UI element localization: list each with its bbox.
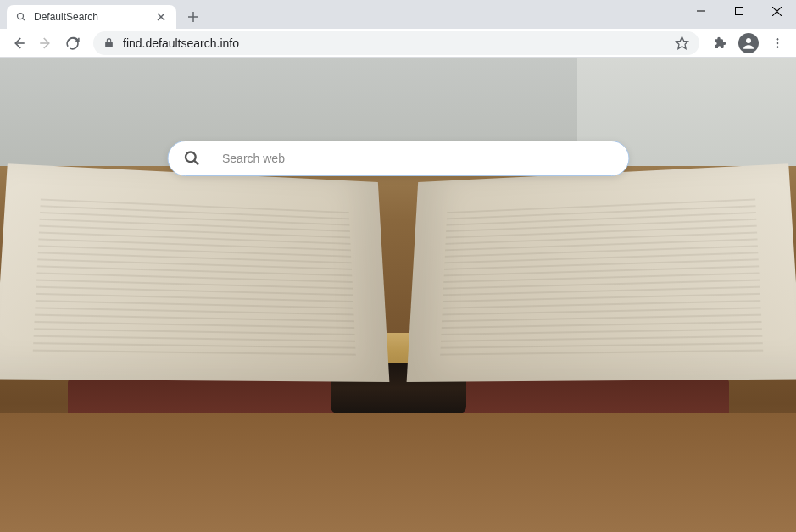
svg-point-0 <box>18 14 24 19</box>
minimize-button[interactable] <box>682 0 720 22</box>
page-content <box>0 58 796 532</box>
svg-point-15 <box>777 42 779 44</box>
profile-avatar[interactable] <box>737 31 760 55</box>
svg-point-16 <box>777 46 779 48</box>
lock-icon <box>103 37 114 48</box>
svg-point-13 <box>746 38 751 43</box>
url-text: find.defaultsearch.info <box>123 36 666 50</box>
search-icon <box>183 150 200 167</box>
toolbar-right <box>708 31 789 55</box>
tab-title: DefaultSearch <box>34 11 148 23</box>
search-container <box>167 141 629 176</box>
svg-line-18 <box>194 161 198 165</box>
window-controls <box>682 0 796 22</box>
menu-icon[interactable] <box>765 31 789 55</box>
avatar-icon <box>738 33 759 53</box>
svg-marker-12 <box>676 36 687 48</box>
tabs-area: DefaultSearch <box>0 0 205 29</box>
back-button[interactable] <box>7 31 31 55</box>
new-tab-button[interactable] <box>181 5 205 29</box>
extensions-icon[interactable] <box>708 31 732 55</box>
svg-rect-7 <box>735 8 743 15</box>
search-input[interactable] <box>222 152 613 165</box>
search-icon <box>15 11 27 23</box>
bookmark-icon[interactable] <box>675 36 689 50</box>
svg-line-1 <box>23 19 25 21</box>
window-title-bar: DefaultSearch <box>0 0 796 29</box>
maximize-button[interactable] <box>720 0 758 22</box>
background-desk-front <box>0 413 796 532</box>
browser-toolbar: find.defaultsearch.info <box>0 29 796 58</box>
browser-tab[interactable]: DefaultSearch <box>7 5 176 29</box>
close-icon[interactable] <box>154 10 168 24</box>
forward-button[interactable] <box>34 31 58 55</box>
svg-point-17 <box>186 152 196 163</box>
svg-point-14 <box>777 38 779 41</box>
background-book <box>0 168 796 413</box>
search-box[interactable] <box>167 141 629 176</box>
close-window-button[interactable] <box>758 0 796 22</box>
reload-button[interactable] <box>61 31 85 55</box>
address-bar[interactable]: find.defaultsearch.info <box>93 31 699 55</box>
